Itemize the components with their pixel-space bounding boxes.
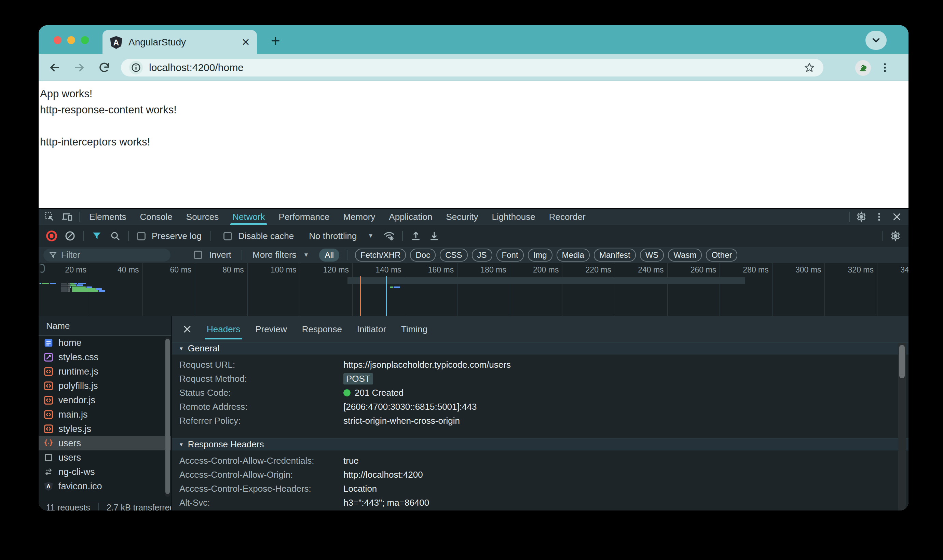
- tab-search-button[interactable]: [866, 31, 887, 50]
- overview-selection-band[interactable]: [347, 277, 745, 284]
- filter-chip-media[interactable]: Media: [556, 249, 590, 262]
- filter-chip-js[interactable]: JS: [472, 249, 492, 262]
- more-filters-dropdown[interactable]: More filters: [253, 249, 297, 260]
- filter-toggle-icon[interactable]: [88, 228, 105, 244]
- filter-chip-all[interactable]: All: [319, 249, 339, 262]
- header-value: [2606:4700:3030::6815:5001]:443: [344, 402, 477, 412]
- devtools-tab-lighthouse[interactable]: Lighthouse: [485, 209, 542, 225]
- device-toolbar-icon[interactable]: [59, 209, 76, 225]
- page-text-line: App works!: [40, 86, 909, 102]
- js-file-icon: [43, 395, 54, 405]
- devtools-tab-network[interactable]: Network: [225, 209, 272, 225]
- invert-label[interactable]: Invert: [209, 249, 231, 260]
- network-settings-gear-icon[interactable]: [887, 228, 904, 244]
- devtools-tab-sources[interactable]: Sources: [179, 209, 225, 225]
- inspect-element-icon[interactable]: [41, 209, 59, 225]
- waterfall-bar: [61, 283, 67, 285]
- ruler-tick-label: 60 ms: [150, 265, 191, 275]
- site-info-icon[interactable]: [129, 61, 143, 74]
- import-har-icon[interactable]: [408, 228, 424, 244]
- disable-cache-checkbox[interactable]: [223, 232, 232, 240]
- devtools-tab-memory[interactable]: Memory: [336, 209, 382, 225]
- waterfall-bar: [72, 290, 99, 292]
- back-button[interactable]: [48, 61, 61, 74]
- bookmark-star-icon[interactable]: [804, 62, 815, 74]
- request-list-header[interactable]: Name: [39, 316, 171, 335]
- new-tab-button[interactable]: +: [271, 33, 280, 48]
- close-details-icon[interactable]: [178, 320, 196, 338]
- filter-chip-img[interactable]: Img: [528, 249, 553, 262]
- disable-cache-label[interactable]: Disable cache: [238, 231, 294, 242]
- request-row-ng-cli-ws[interactable]: ng-cli-ws: [39, 465, 171, 479]
- request-row-styles.js[interactable]: styles.js: [39, 422, 171, 436]
- filter-chip-fetchxhr[interactable]: Fetch/XHR: [355, 249, 406, 262]
- request-row-users[interactable]: users: [39, 451, 171, 465]
- details-tab-response[interactable]: Response: [294, 316, 350, 342]
- export-har-icon[interactable]: [426, 228, 442, 244]
- reload-button[interactable]: [98, 62, 110, 74]
- preserve-log-label[interactable]: Preserve log: [152, 231, 202, 242]
- header-row: Access-Control-Allow-Credentials:true: [172, 454, 909, 468]
- overview-drag-handle[interactable]: [39, 264, 45, 273]
- network-overview-timeline[interactable]: 20 ms40 ms60 ms80 ms100 ms120 ms140 ms16…: [39, 263, 909, 316]
- section-header-response-headers[interactable]: ▼Response Headers: [172, 438, 909, 451]
- close-tab-icon[interactable]: ✕: [242, 37, 250, 48]
- details-tab-timing[interactable]: Timing: [394, 316, 435, 342]
- forward-button[interactable]: [73, 61, 86, 74]
- browser-menu-kebab-icon[interactable]: [879, 62, 891, 74]
- details-scrollbar[interactable]: [898, 343, 906, 511]
- url-text[interactable]: localhost:4200/home: [149, 62, 797, 74]
- details-tab-headers[interactable]: Headers: [199, 316, 248, 342]
- search-icon[interactable]: [107, 228, 123, 244]
- section-header-general[interactable]: ▼General: [172, 342, 909, 354]
- devtools-menu-kebab-icon[interactable]: [870, 209, 888, 225]
- url-bar[interactable]: localhost:4200/home: [121, 59, 823, 77]
- devtools-tab-recorder[interactable]: Recorder: [542, 209, 592, 225]
- throttling-dropdown-arrow-icon[interactable]: ▼: [368, 232, 373, 239]
- header-value-text: https://jsonplaceholder.typicode.com/use…: [344, 360, 511, 370]
- request-row-main.js[interactable]: main.js: [39, 408, 171, 422]
- filter-chip-wasm[interactable]: Wasm: [668, 249, 702, 262]
- minimize-window-button[interactable]: [67, 36, 75, 44]
- devtools-tab-security[interactable]: Security: [439, 209, 485, 225]
- filter-chip-css[interactable]: CSS: [440, 249, 467, 262]
- preserve-log-checkbox[interactable]: [137, 232, 146, 240]
- ruler-gridline: [457, 263, 458, 316]
- devtools-tab-performance[interactable]: Performance: [272, 209, 336, 225]
- request-row-runtime.js[interactable]: runtime.js: [39, 365, 171, 379]
- request-row-styles.css[interactable]: styles.css: [39, 350, 171, 365]
- filter-chip-doc[interactable]: Doc: [410, 249, 436, 262]
- request-row-home[interactable]: home: [39, 335, 171, 350]
- filter-chip-font[interactable]: Font: [496, 249, 524, 262]
- invert-checkbox[interactable]: [194, 251, 202, 259]
- header-value-text: POST: [344, 373, 373, 385]
- ruler-gridline: [195, 263, 195, 316]
- filter-chip-other[interactable]: Other: [706, 249, 737, 262]
- profile-avatar[interactable]: [855, 60, 871, 76]
- throttling-dropdown[interactable]: No throttling: [309, 231, 357, 242]
- request-row-polyfills.js[interactable]: polyfills.js: [39, 379, 171, 393]
- devtools-tab-console[interactable]: Console: [133, 209, 179, 225]
- browser-tab[interactable]: A AngularStudy ✕: [103, 30, 257, 54]
- request-list-scrollbar[interactable]: [165, 337, 170, 497]
- devtools-settings-gear-icon[interactable]: [852, 209, 870, 225]
- network-conditions-icon[interactable]: [381, 228, 398, 244]
- more-filters-arrow-icon[interactable]: ▼: [304, 252, 309, 258]
- filter-chip-ws[interactable]: WS: [640, 249, 664, 262]
- filter-chip-manifest[interactable]: Manifest: [594, 249, 636, 262]
- details-tab-preview[interactable]: Preview: [248, 316, 294, 342]
- close-window-button[interactable]: [54, 36, 62, 44]
- request-row-users[interactable]: users: [39, 436, 171, 451]
- ruler-tick-label: 320 ms: [833, 265, 874, 275]
- devtools-tab-application[interactable]: Application: [382, 209, 439, 225]
- details-tab-initiator[interactable]: Initiator: [350, 316, 394, 342]
- maximize-window-button[interactable]: [81, 36, 89, 44]
- filter-input[interactable]: Filter: [43, 249, 171, 262]
- record-network-log-button[interactable]: [43, 228, 60, 244]
- waterfall-bar: [70, 286, 71, 288]
- devtools-tab-elements[interactable]: Elements: [82, 209, 133, 225]
- close-devtools-icon[interactable]: [888, 209, 906, 225]
- clear-network-log-button[interactable]: [62, 228, 78, 244]
- request-row-vendor.js[interactable]: vendor.js: [39, 393, 171, 408]
- request-row-favicon.ico[interactable]: Afavicon.ico: [39, 479, 171, 494]
